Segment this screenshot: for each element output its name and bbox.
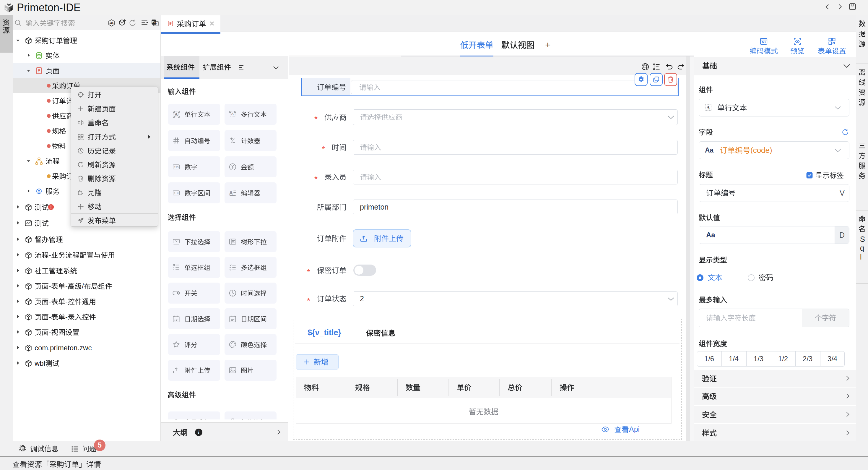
svg-text:A: A xyxy=(231,112,234,116)
svg-text:A: A xyxy=(175,112,178,116)
svg-text:En: En xyxy=(152,21,156,24)
svg-text:A: A xyxy=(706,105,710,111)
svg-text:A: A xyxy=(229,190,233,196)
svg-text:5: 5 xyxy=(98,441,102,449)
svg-text:AI: AI xyxy=(110,21,113,25)
svg-text:i: i xyxy=(198,430,199,435)
svg-text:123: 123 xyxy=(174,166,179,169)
svg-text:1~3: 1~3 xyxy=(174,192,179,195)
